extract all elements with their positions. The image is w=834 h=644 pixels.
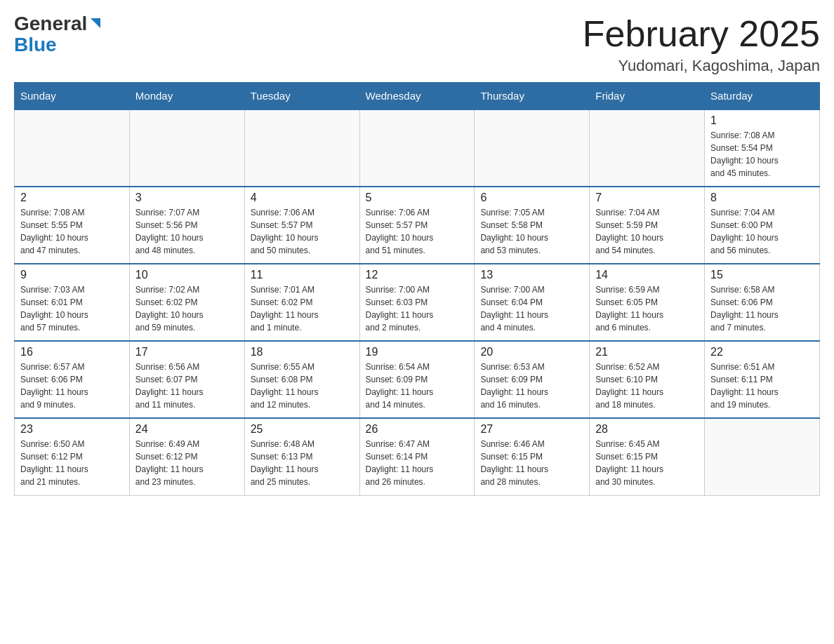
day-info: Sunrise: 7:08 AM Sunset: 5:54 PM Dayligh…: [710, 129, 814, 180]
header-monday: Monday: [129, 83, 244, 110]
header-thursday: Thursday: [475, 83, 590, 110]
day-number: 7: [595, 192, 699, 204]
table-row: 25Sunrise: 6:48 AM Sunset: 6:13 PM Dayli…: [244, 418, 359, 495]
table-row: [15, 109, 130, 187]
day-info: Sunrise: 6:54 AM Sunset: 6:09 PM Dayligh…: [366, 361, 469, 411]
calendar-week-row: 23Sunrise: 6:50 AM Sunset: 6:12 PM Dayli…: [15, 418, 820, 495]
logo-arrow-icon: [88, 15, 103, 31]
day-info: Sunrise: 6:49 AM Sunset: 6:12 PM Dayligh…: [135, 438, 239, 488]
day-info: Sunrise: 7:04 AM Sunset: 6:00 PM Dayligh…: [710, 206, 814, 257]
table-row: 26Sunrise: 6:47 AM Sunset: 6:14 PM Dayli…: [359, 418, 475, 495]
location-title: Yudomari, Kagoshima, Japan: [583, 57, 820, 75]
table-row: 3Sunrise: 7:07 AM Sunset: 5:56 PM Daylig…: [129, 187, 244, 264]
table-row: 10Sunrise: 7:02 AM Sunset: 6:02 PM Dayli…: [129, 264, 244, 341]
day-info: Sunrise: 7:00 AM Sunset: 6:03 PM Dayligh…: [366, 283, 469, 334]
calendar-week-row: 16Sunrise: 6:57 AM Sunset: 6:06 PM Dayli…: [15, 341, 820, 418]
table-row: 24Sunrise: 6:49 AM Sunset: 6:12 PM Dayli…: [129, 418, 244, 495]
day-number: 25: [251, 423, 354, 436]
day-info: Sunrise: 7:04 AM Sunset: 5:59 PM Dayligh…: [595, 206, 699, 257]
table-row: [475, 109, 590, 187]
day-number: 13: [480, 269, 583, 281]
day-number: 21: [595, 346, 699, 358]
logo: General Blue: [14, 14, 103, 56]
day-number: 1: [710, 114, 814, 127]
calendar-table: Sunday Monday Tuesday Wednesday Thursday…: [14, 82, 820, 496]
table-row: 9Sunrise: 7:03 AM Sunset: 6:01 PM Daylig…: [15, 264, 130, 341]
table-row: [359, 109, 475, 187]
day-number: 23: [20, 423, 124, 436]
day-number: 22: [710, 346, 814, 358]
table-row: [129, 109, 244, 187]
svg-marker-0: [91, 18, 100, 28]
calendar-header-row: Sunday Monday Tuesday Wednesday Thursday…: [15, 83, 820, 110]
table-row: 21Sunrise: 6:52 AM Sunset: 6:10 PM Dayli…: [590, 341, 705, 418]
table-row: 14Sunrise: 6:59 AM Sunset: 6:05 PM Dayli…: [590, 264, 705, 341]
logo-general-text: General: [14, 14, 87, 34]
calendar-week-row: 1Sunrise: 7:08 AM Sunset: 5:54 PM Daylig…: [15, 109, 820, 187]
day-info: Sunrise: 7:02 AM Sunset: 6:02 PM Dayligh…: [135, 283, 239, 334]
table-row: [590, 109, 705, 187]
day-info: Sunrise: 7:07 AM Sunset: 5:56 PM Dayligh…: [135, 206, 239, 257]
day-number: 18: [251, 346, 354, 358]
logo-blue-text: Blue: [14, 34, 57, 55]
day-number: 6: [480, 192, 583, 204]
header-tuesday: Tuesday: [244, 83, 359, 110]
table-row: [244, 109, 359, 187]
day-info: Sunrise: 6:47 AM Sunset: 6:14 PM Dayligh…: [366, 438, 469, 488]
table-row: 28Sunrise: 6:45 AM Sunset: 6:15 PM Dayli…: [590, 418, 705, 495]
day-number: 12: [366, 269, 469, 281]
header-saturday: Saturday: [705, 83, 820, 110]
table-row: 11Sunrise: 7:01 AM Sunset: 6:02 PM Dayli…: [244, 264, 359, 341]
day-info: Sunrise: 7:03 AM Sunset: 6:01 PM Dayligh…: [20, 283, 124, 334]
table-row: 27Sunrise: 6:46 AM Sunset: 6:15 PM Dayli…: [475, 418, 590, 495]
title-block: February 2025 Yudomari, Kagoshima, Japan: [583, 14, 820, 75]
day-info: Sunrise: 6:46 AM Sunset: 6:15 PM Dayligh…: [480, 438, 583, 488]
day-number: 2: [20, 192, 124, 204]
day-number: 10: [135, 269, 239, 281]
day-info: Sunrise: 6:51 AM Sunset: 6:11 PM Dayligh…: [710, 361, 814, 411]
day-info: Sunrise: 6:45 AM Sunset: 6:15 PM Dayligh…: [595, 438, 699, 488]
day-info: Sunrise: 6:50 AM Sunset: 6:12 PM Dayligh…: [20, 438, 124, 488]
day-number: 9: [20, 269, 124, 281]
day-info: Sunrise: 6:59 AM Sunset: 6:05 PM Dayligh…: [595, 283, 699, 334]
day-info: Sunrise: 7:06 AM Sunset: 5:57 PM Dayligh…: [366, 206, 469, 257]
table-row: [705, 418, 820, 495]
day-number: 26: [366, 423, 469, 436]
day-info: Sunrise: 6:57 AM Sunset: 6:06 PM Dayligh…: [20, 361, 124, 411]
day-number: 24: [135, 423, 239, 436]
header-sunday: Sunday: [15, 83, 130, 110]
header-friday: Friday: [590, 83, 705, 110]
day-info: Sunrise: 7:01 AM Sunset: 6:02 PM Dayligh…: [251, 283, 354, 334]
day-number: 15: [710, 269, 814, 281]
day-info: Sunrise: 6:58 AM Sunset: 6:06 PM Dayligh…: [710, 283, 814, 334]
table-row: 4Sunrise: 7:06 AM Sunset: 5:57 PM Daylig…: [244, 187, 359, 264]
day-info: Sunrise: 6:53 AM Sunset: 6:09 PM Dayligh…: [480, 361, 583, 411]
day-number: 3: [135, 192, 239, 204]
day-info: Sunrise: 7:05 AM Sunset: 5:58 PM Dayligh…: [480, 206, 583, 257]
day-number: 11: [251, 269, 354, 281]
day-number: 5: [366, 192, 469, 204]
table-row: 12Sunrise: 7:00 AM Sunset: 6:03 PM Dayli…: [359, 264, 475, 341]
day-number: 19: [366, 346, 469, 358]
day-number: 20: [480, 346, 583, 358]
header-wednesday: Wednesday: [359, 83, 475, 110]
table-row: 7Sunrise: 7:04 AM Sunset: 5:59 PM Daylig…: [590, 187, 705, 264]
table-row: 8Sunrise: 7:04 AM Sunset: 6:00 PM Daylig…: [705, 187, 820, 264]
table-row: 6Sunrise: 7:05 AM Sunset: 5:58 PM Daylig…: [475, 187, 590, 264]
day-info: Sunrise: 7:00 AM Sunset: 6:04 PM Dayligh…: [480, 283, 583, 334]
table-row: 1Sunrise: 7:08 AM Sunset: 5:54 PM Daylig…: [705, 109, 820, 187]
table-row: 17Sunrise: 6:56 AM Sunset: 6:07 PM Dayli…: [129, 341, 244, 418]
day-info: Sunrise: 7:08 AM Sunset: 5:55 PM Dayligh…: [20, 206, 124, 257]
table-row: 19Sunrise: 6:54 AM Sunset: 6:09 PM Dayli…: [359, 341, 475, 418]
day-number: 14: [595, 269, 699, 281]
table-row: 5Sunrise: 7:06 AM Sunset: 5:57 PM Daylig…: [359, 187, 475, 264]
day-number: 4: [251, 192, 354, 204]
day-info: Sunrise: 6:56 AM Sunset: 6:07 PM Dayligh…: [135, 361, 239, 411]
calendar-week-row: 9Sunrise: 7:03 AM Sunset: 6:01 PM Daylig…: [15, 264, 820, 341]
day-number: 17: [135, 346, 239, 358]
table-row: 16Sunrise: 6:57 AM Sunset: 6:06 PM Dayli…: [15, 341, 130, 418]
page-header: General Blue February 2025 Yudomari, Kag…: [14, 14, 820, 75]
table-row: 2Sunrise: 7:08 AM Sunset: 5:55 PM Daylig…: [15, 187, 130, 264]
table-row: 15Sunrise: 6:58 AM Sunset: 6:06 PM Dayli…: [705, 264, 820, 341]
day-info: Sunrise: 6:52 AM Sunset: 6:10 PM Dayligh…: [595, 361, 699, 411]
